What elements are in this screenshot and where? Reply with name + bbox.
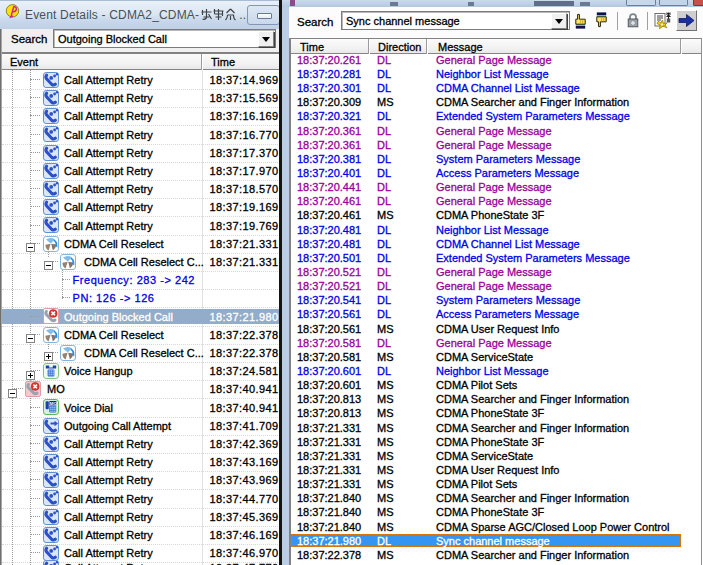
svg-text:MO: MO bbox=[50, 401, 58, 406]
